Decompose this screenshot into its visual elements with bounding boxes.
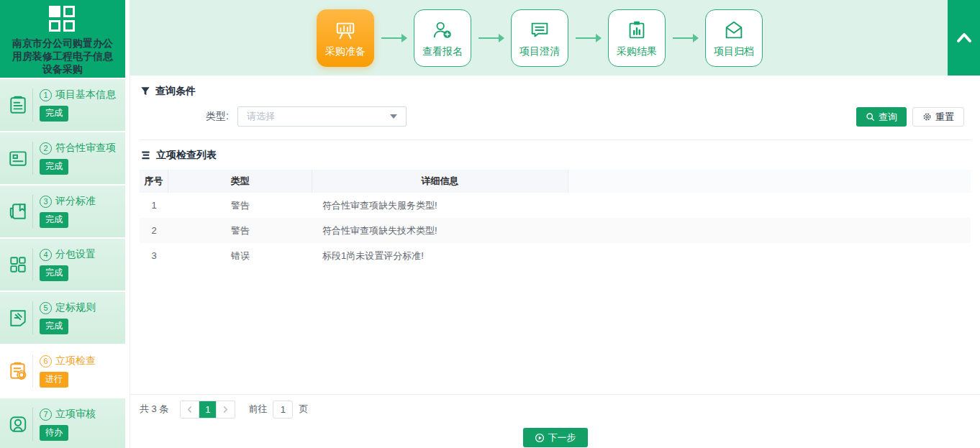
table-row: 1 警告 符合性审查项缺失服务类型! — [140, 193, 971, 218]
sidebar-item-label: 项目基本信息 — [55, 88, 116, 101]
status-badge: 完成 — [40, 212, 68, 228]
sidebar-item-scoring-standard[interactable]: 3评分标准 完成 — [0, 186, 125, 237]
search-button[interactable]: 查询 — [856, 107, 907, 127]
goto-page-input[interactable] — [273, 401, 293, 419]
status-badge: 进行 — [40, 372, 68, 388]
cell-detail: 标段1尚未设置评分标准! — [312, 243, 568, 268]
column-header-filler — [568, 170, 971, 193]
workflow-topbar: 采购准备 查看报名 — [130, 0, 948, 76]
type-label: 类型: — [206, 110, 229, 123]
clipboard-gear-icon — [6, 361, 30, 381]
sidebar-item-label: 符合性审查项 — [55, 142, 116, 155]
cell-type: 警告 — [168, 193, 312, 218]
step-number: 5 — [40, 302, 52, 314]
table-row: 3 错误 标段1尚未设置评分标准! — [140, 243, 971, 268]
page-number-button[interactable]: 1 — [199, 401, 217, 418]
sidebar-item-label: 分包设置 — [55, 248, 96, 261]
table-empty-area — [130, 268, 980, 394]
step-label: 项目澄清 — [520, 45, 560, 58]
pagination: 共 3 条 1 前往 页 — [130, 395, 980, 424]
arrow-right-icon — [374, 33, 414, 43]
filter-section-title: 查询条件 — [155, 85, 196, 98]
prev-page-button[interactable] — [181, 401, 199, 418]
cell-index: 3 — [140, 243, 168, 268]
app-grid-icon — [49, 6, 76, 33]
chevron-left-icon — [186, 406, 193, 413]
project-header: 南京市分公司购置办公用房装修工程电子信息设备采购 — [0, 0, 125, 78]
arrow-right-icon — [568, 33, 608, 43]
next-step-button[interactable]: 下一步 — [523, 428, 588, 447]
column-header-detail: 详细信息 — [312, 170, 568, 193]
step-project-clarify[interactable]: 项目澄清 — [511, 9, 568, 67]
clipboard-chart-icon — [625, 19, 648, 42]
step-number: 2 — [40, 142, 52, 155]
arrow-right-icon — [666, 33, 705, 43]
status-badge: 完成 — [40, 319, 68, 334]
sidebar: 南京市分公司购置办公用房装修工程电子信息设备采购 1项目基本信息 完成 — [0, 0, 130, 448]
reset-button[interactable]: 重置 — [912, 107, 964, 127]
clipboard-icon — [6, 95, 30, 115]
sidebar-item-project-check[interactable]: 6立项检查 进行 — [0, 345, 125, 397]
sidebar-item-label: 立项检查 — [55, 355, 96, 367]
select-placeholder: 请选择 — [247, 110, 275, 123]
funnel-icon — [140, 86, 150, 96]
collapse-topbar-button[interactable] — [948, 0, 980, 76]
chevron-right-icon — [222, 406, 229, 413]
project-title: 南京市分公司购置办公用房装修工程电子信息设备采购 — [10, 37, 115, 76]
gavel-doc-icon — [6, 308, 30, 328]
chevron-down-icon — [390, 114, 397, 119]
pager: 1 — [180, 401, 235, 419]
person-add-icon — [431, 19, 454, 42]
sidebar-item-basic-info[interactable]: 1项目基本信息 完成 — [0, 79, 125, 131]
cell-detail: 符合性审查项缺失服务类型! — [312, 193, 568, 218]
envelope-icon — [722, 19, 745, 42]
grid-squares-icon — [6, 255, 30, 275]
cell-type: 错误 — [168, 243, 312, 268]
sidebar-item-project-audit[interactable]: 7立项审核 待办 — [0, 398, 125, 448]
play-circle-icon — [535, 433, 545, 443]
step-number: 4 — [40, 249, 52, 261]
step-number: 6 — [40, 355, 52, 367]
cell-index: 2 — [140, 218, 168, 243]
step-procure-prepare[interactable]: 采购准备 — [317, 9, 374, 67]
step-project-archive[interactable]: 项目归档 — [705, 9, 763, 67]
step-view-signup[interactable]: 查看报名 — [414, 9, 471, 67]
page: 采购准备 查看报名 — [0, 0, 980, 448]
status-badge: 完成 — [40, 159, 68, 175]
step-label: 项目归档 — [714, 45, 754, 58]
next-page-button[interactable] — [217, 401, 235, 418]
book-pen-icon — [6, 201, 30, 221]
step-label: 采购结果 — [617, 45, 657, 58]
sidebar-item-conformity-review[interactable]: 2符合性审查项 完成 — [0, 132, 125, 184]
total-count: 共 3 条 — [140, 403, 168, 416]
check-list-table: 序号 类型 详细信息 1 警告 符合性审查项缺失服务类型! 2 警告 符合性审查… — [140, 170, 971, 268]
search-icon — [866, 112, 875, 122]
cell-index: 1 — [140, 193, 168, 218]
page-suffix: 页 — [299, 403, 308, 416]
cell-detail: 符合性审查项缺失技术类型! — [312, 218, 568, 243]
workflow-steps: 采购准备 查看报名 — [317, 9, 763, 67]
goto-label: 前往 — [248, 403, 267, 416]
column-header-index: 序号 — [140, 170, 168, 193]
table-row: 2 警告 符合性审查项缺失技术类型! — [140, 218, 971, 243]
table-header: 序号 类型 详细信息 — [140, 170, 971, 193]
sidebar-item-label: 评分标准 — [55, 195, 96, 208]
list-section-header: 立项检查列表 — [130, 140, 980, 162]
list-section-title: 立项检查列表 — [156, 149, 217, 162]
list-icon — [140, 150, 151, 160]
id-card-icon — [6, 148, 30, 168]
arrow-right-icon — [471, 33, 511, 43]
step-label: 采购准备 — [325, 45, 366, 58]
main-content: 查询条件 类型: 请选择 查询 重置 — [130, 76, 980, 448]
type-select[interactable]: 请选择 — [237, 106, 407, 127]
status-badge: 完成 — [40, 265, 68, 281]
sidebar-item-award-rule[interactable]: 5定标规则 完成 — [0, 292, 125, 344]
chevron-up-icon — [956, 32, 973, 44]
step-number: 1 — [40, 89, 52, 101]
sidebar-item-package-setting[interactable]: 4分包设置 完成 — [0, 239, 125, 291]
step-number: 7 — [40, 408, 52, 421]
filter-section-header: 查询条件 — [130, 76, 980, 98]
chat-bubble-icon — [528, 19, 551, 42]
step-procure-result[interactable]: 采购结果 — [608, 9, 666, 67]
status-badge: 完成 — [40, 106, 68, 122]
